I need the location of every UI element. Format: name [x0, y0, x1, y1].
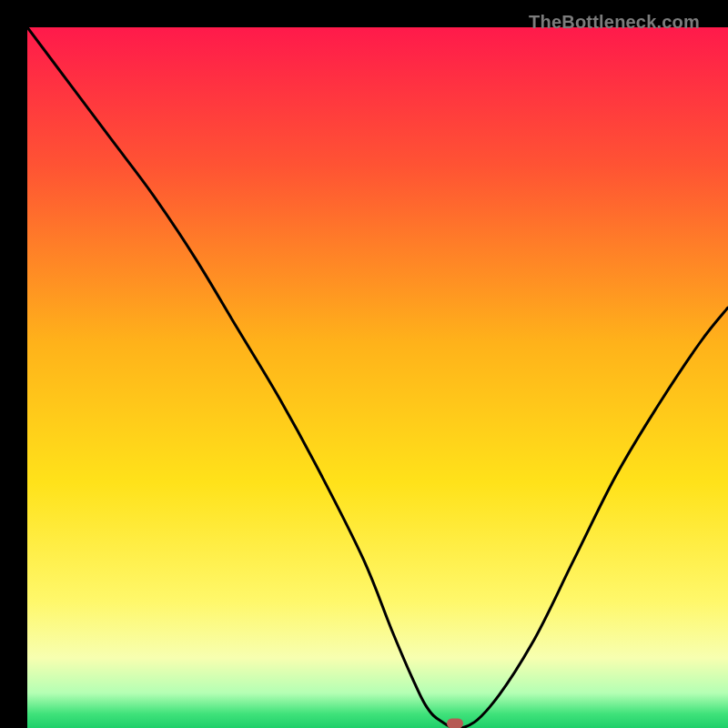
bottleneck-curve — [27, 27, 728, 728]
chart-frame: TheBottleneck.com — [14, 14, 714, 714]
minimum-marker — [447, 718, 463, 728]
plot-area — [27, 27, 728, 728]
watermark-text: TheBottleneck.com — [529, 12, 700, 33]
